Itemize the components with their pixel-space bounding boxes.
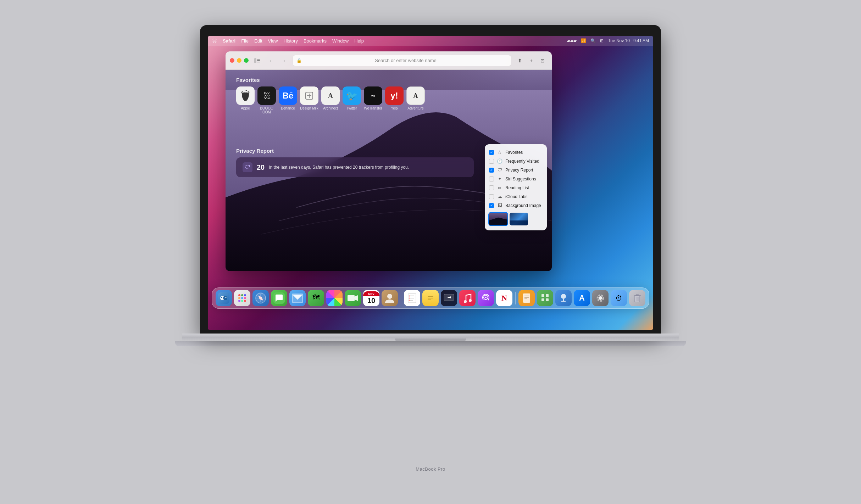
dock-finder[interactable] <box>216 290 232 306</box>
reading-list-icon: ∞ <box>497 185 502 190</box>
menubar-window[interactable]: Window <box>332 38 349 44</box>
customize-frequently-visited[interactable]: 🕐 Frequently Visited <box>485 157 547 166</box>
dock-news[interactable]: N <box>496 290 512 306</box>
dock-numbers[interactable] <box>537 290 553 306</box>
svg-rect-53 <box>541 298 544 301</box>
svg-text:🗺: 🗺 <box>312 293 320 301</box>
dock-podcasts[interactable] <box>478 290 494 306</box>
fav-boooom[interactable]: BOOOOOOOM BOOOOOOM <box>257 86 276 114</box>
siri-suggestions-checkbox[interactable] <box>489 177 494 181</box>
customize-siri-suggestions[interactable]: ✦ Siri Suggestions <box>485 174 547 183</box>
privacy-report-icon: 🛡 <box>497 167 502 173</box>
svg-rect-0 <box>254 58 256 63</box>
share-button[interactable]: ⬆ <box>515 56 525 66</box>
safari-content: Favorites <box>226 70 552 271</box>
fav-twitter-label: Twitter <box>346 106 357 110</box>
fav-twitter[interactable]: 🐦 Twitter <box>343 86 361 114</box>
dock-screentime[interactable]: ⏱ <box>611 290 627 306</box>
customize-background-image[interactable]: ✓ 🖼 Background Image <box>485 201 547 210</box>
privacy-message: In the last seven days, Safari has preve… <box>269 165 409 170</box>
customize-icloud-tabs[interactable]: ☁ iCloud Tabs <box>485 192 547 201</box>
dock-keynote[interactable] <box>555 290 572 306</box>
fav-archinect[interactable]: A Archinect <box>321 86 340 114</box>
reading-list-checkbox[interactable] <box>489 185 494 190</box>
privacy-report-label: Privacy Report <box>505 168 533 173</box>
dock-mail[interactable] <box>289 290 306 306</box>
menubar-datetime: Tue Nov 10 9:41 AM <box>608 38 649 43</box>
fav-adventure-icon: A <box>406 86 425 105</box>
dock-tv[interactable] <box>441 290 457 306</box>
menubar-file[interactable]: File <box>241 38 249 44</box>
bg-thumb-blue[interactable] <box>510 213 528 225</box>
laptop-shell: ⌘ Safari File Edit View History Bookmark… <box>175 25 686 479</box>
new-tab-button[interactable]: + <box>526 56 536 66</box>
customize-favorites[interactable]: ✓ ☆ Favorites <box>485 148 547 157</box>
dock-safari[interactable] <box>252 290 269 306</box>
dock-facetime[interactable] <box>345 290 361 306</box>
back-button[interactable]: ‹ <box>266 56 276 66</box>
fav-behance[interactable]: Bē Behance <box>279 86 297 114</box>
dock-contacts[interactable] <box>382 290 398 306</box>
menubar-view[interactable]: View <box>268 38 278 44</box>
frequently-visited-checkbox[interactable] <box>489 159 494 164</box>
menubar-controlcenter[interactable]: ⊞ <box>600 38 604 43</box>
dock-appstore[interactable]: A <box>574 290 590 306</box>
dock-photos[interactable] <box>326 290 343 306</box>
sidebar-toggle-button[interactable] <box>252 56 262 66</box>
favorites-checkbox[interactable]: ✓ <box>489 150 494 155</box>
dock-maps[interactable]: 🗺 <box>308 290 324 306</box>
fav-apple[interactable]: Apple <box>236 86 255 114</box>
customize-privacy-report[interactable]: ✓ 🛡 Privacy Report <box>485 166 547 174</box>
dock-notes[interactable] <box>422 290 439 306</box>
background-image-checkbox[interactable]: ✓ <box>489 203 494 208</box>
svg-rect-1 <box>257 59 260 60</box>
svg-point-13 <box>238 294 240 296</box>
dock-system-preferences[interactable] <box>592 290 609 306</box>
customize-reading-list[interactable]: ∞ Reading List <box>485 183 547 192</box>
fav-yelp-icon: y! <box>385 86 404 105</box>
fav-wetransfer[interactable]: we WeTransfer <box>364 86 382 114</box>
minimize-button[interactable] <box>237 58 241 63</box>
fav-design-milk[interactable]: Design Milk <box>300 86 318 114</box>
laptop-base <box>182 334 679 341</box>
siri-suggestions-icon: ✦ <box>497 176 502 181</box>
forward-button[interactable]: › <box>279 56 289 66</box>
reading-list-label: Reading List <box>505 185 529 190</box>
privacy-report-card[interactable]: 🛡 20 In the last seven days, Safari has … <box>236 157 474 177</box>
dock-trash[interactable] <box>629 290 645 306</box>
dock-pages[interactable] <box>518 290 535 306</box>
svg-rect-54 <box>546 298 549 301</box>
bg-thumb-mountain[interactable] <box>489 213 507 225</box>
menubar: ⌘ Safari File Edit View History Bookmark… <box>208 36 653 46</box>
svg-point-11 <box>221 297 222 298</box>
menubar-bookmarks[interactable]: Bookmarks <box>304 38 327 44</box>
menubar-history[interactable]: History <box>283 38 298 44</box>
dock-music[interactable] <box>459 290 476 306</box>
fav-adventure-label: Adventure <box>407 106 424 110</box>
icloud-tabs-checkbox[interactable] <box>489 194 494 199</box>
apple-menu-icon[interactable]: ⌘ <box>212 38 217 44</box>
fav-apple-label: Apple <box>241 106 250 110</box>
menubar-help[interactable]: Help <box>354 38 364 44</box>
svg-rect-52 <box>546 294 549 297</box>
macbook-label: MacBook Pro <box>416 466 445 472</box>
dock-messages[interactable] <box>271 290 287 306</box>
close-button[interactable] <box>230 58 234 63</box>
menubar-edit[interactable]: Edit <box>254 38 262 44</box>
customize-panel: ✓ ☆ Favorites 🕐 Frequently Visited <box>485 144 547 230</box>
privacy-report-checkbox[interactable]: ✓ <box>489 168 494 173</box>
dock-launchpad[interactable] <box>234 290 250 306</box>
dock-calendar[interactable]: NOV 10 <box>363 290 379 306</box>
svg-point-17 <box>241 297 243 299</box>
fav-yelp[interactable]: y! Yelp <box>385 86 404 114</box>
svg-rect-62 <box>636 294 639 296</box>
fullscreen-button[interactable] <box>244 58 249 63</box>
menubar-safari[interactable]: Safari <box>223 38 235 44</box>
menubar-search[interactable]: 🔍 <box>590 38 596 43</box>
dock-reminders[interactable] <box>404 290 420 306</box>
menubar-wifi[interactable]: 📶 <box>581 38 586 43</box>
dock-separator-2 <box>515 292 516 304</box>
tab-overview-button[interactable]: ⊡ <box>538 56 548 66</box>
fav-adventure[interactable]: A Adventure <box>406 86 425 114</box>
address-bar[interactable]: 🔒 Search or enter website name <box>293 55 511 66</box>
